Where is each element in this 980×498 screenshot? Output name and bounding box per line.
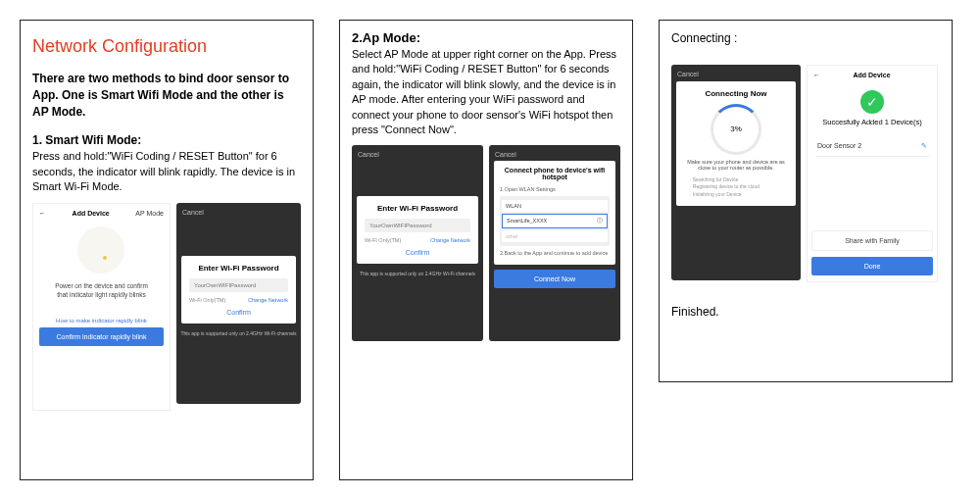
- connecting-title: Connecting Now: [682, 89, 790, 98]
- progress-spinner: 3%: [710, 104, 761, 155]
- wifi-note: This app is supported only on 2.4GHz Wi-…: [352, 269, 483, 282]
- hotspot-title: Connect phone to device's wifi hotspot: [500, 167, 610, 180]
- mode1-body: Press and hold:"WiFi Coding / RESET Butt…: [32, 149, 301, 194]
- section-title: Network Configuration: [32, 36, 301, 57]
- step1-label: 1.Open WLAN Settings: [500, 186, 610, 192]
- power-text: Power on the device and confirm: [33, 281, 170, 291]
- change-network-link[interactable]: Change Network: [248, 297, 288, 303]
- device-name: Door Sensor 2: [817, 142, 861, 150]
- cancel-button[interactable]: Cancel: [489, 145, 620, 158]
- wlan-row-selected[interactable]: SmartLife_XXXXⓘ: [502, 214, 608, 228]
- wifi-title: Enter Wi-Fi Password: [189, 264, 288, 273]
- mode1-heading: 1. Smart Wifi Mode:: [32, 133, 301, 147]
- bullet-3: · Initializing your Device: [682, 191, 790, 199]
- mode2-heading: 2.Ap Mode:: [352, 30, 620, 45]
- header-title: Add Device: [853, 72, 890, 78]
- indicator-dot: [103, 256, 107, 260]
- connect-now-button[interactable]: Connect Now: [494, 270, 615, 288]
- intro-text: There are two methods to bind door senso…: [32, 71, 301, 120]
- indicator-circle: [77, 226, 124, 274]
- wifi-password-input[interactable]: YourOwnWIFIPassword: [365, 219, 470, 232]
- cancel-button[interactable]: Cancel: [352, 145, 483, 158]
- panel-2: 2.Ap Mode: Select AP Mode at upper right…: [339, 20, 633, 480]
- confirm-button[interactable]: Confirm: [189, 309, 288, 316]
- done-button[interactable]: Done: [811, 257, 933, 275]
- panel-1: Network Configuration There are two meth…: [20, 20, 314, 480]
- wifi-only-label: Wi-Fi Only(TM): [365, 237, 401, 243]
- cancel-button[interactable]: Cancel: [671, 65, 801, 77]
- progress-msg: Make sure your phone and device are as c…: [684, 159, 788, 171]
- wifi-password-input[interactable]: YourOwnWIFIPassword: [189, 278, 288, 292]
- confirm-blink-button[interactable]: Confirm indicator rapidly blink: [39, 327, 164, 346]
- step2-label: 2.Back to the App and continue to add de…: [500, 250, 610, 256]
- phone-success: ←Add Device ✓ Succesfully Added 1 Device…: [807, 65, 938, 282]
- phone-add-device: ← Add Device AP Mode Power on the device…: [32, 203, 171, 411]
- wifi-title: Enter Wi-Fi Password: [365, 204, 470, 213]
- success-check-icon: ✓: [860, 90, 884, 114]
- back-icon[interactable]: ←: [39, 210, 46, 217]
- bullet-1: · Searching for Device: [682, 176, 790, 184]
- wifi-note: This app is supported only on 2.4GHz Wi-…: [176, 328, 301, 342]
- cancel-button[interactable]: Cancel: [176, 203, 301, 216]
- mode2-body: Select AP Mode at upper right corner on …: [352, 47, 620, 137]
- share-button[interactable]: Share with Family: [811, 230, 933, 251]
- phone-connecting: Cancel Connecting Now 3% Make sure your …: [671, 65, 801, 280]
- ap-mode-link[interactable]: AP Mode: [135, 210, 164, 217]
- wifi-only-label: Wi-Fi Only(TM): [189, 297, 225, 303]
- success-text: Succesfully Added 1 Device(s): [808, 118, 937, 126]
- phone-wifi-password-ap: Cancel Enter Wi-Fi Password YourOwnWIFIP…: [352, 145, 483, 341]
- change-network-link[interactable]: Change Network: [430, 237, 470, 243]
- how-link[interactable]: How to make indicator rapidly blink: [33, 318, 170, 324]
- phone-wifi-password: Cancel Enter Wi-Fi Password YourOwnWIFIP…: [176, 203, 301, 404]
- edit-icon[interactable]: ✎: [921, 142, 927, 150]
- bullet-2: · Registering device to the cloud: [682, 183, 790, 191]
- wlan-row[interactable]: WLAN: [502, 200, 608, 212]
- header-title: Add Device: [73, 210, 110, 217]
- wlan-row[interactable]: other: [502, 230, 608, 242]
- progress-percent: 3%: [730, 124, 742, 133]
- phone-hotspot: Cancel Connect phone to device's wifi ho…: [489, 145, 620, 341]
- finished-label: Finished.: [671, 304, 940, 321]
- confirm-button[interactable]: Confirm: [365, 249, 470, 256]
- blink-text: that indicator light rapidly blinks: [33, 290, 170, 300]
- back-icon[interactable]: ←: [813, 72, 820, 78]
- connecting-label: Connecting :: [671, 30, 940, 47]
- panel-3: Connecting : Cancel Connecting Now 3% Ma…: [659, 20, 953, 382]
